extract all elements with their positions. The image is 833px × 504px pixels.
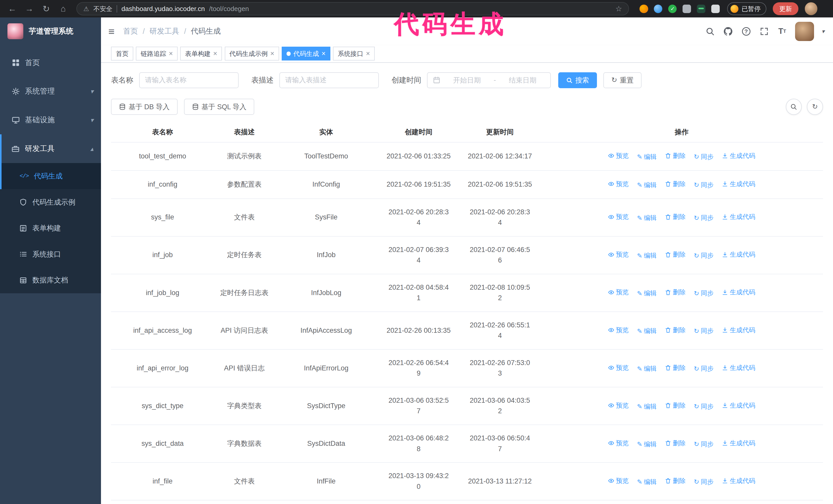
delete-link[interactable]: 删除 — [665, 179, 686, 189]
date-range-picker[interactable]: 开始日期 - 结束日期 — [427, 72, 551, 88]
edit-link[interactable]: 编辑 — [637, 151, 657, 162]
tag-code-generation[interactable]: 代码生成 — [282, 47, 330, 61]
user-avatar[interactable] — [795, 22, 814, 41]
sync-link[interactable]: 同步 — [694, 401, 714, 412]
tag-link-tracing[interactable]: 链路追踪 — [136, 47, 177, 61]
edit-link[interactable]: 编辑 — [637, 401, 657, 412]
import-db-button[interactable]: 基于 DB 导入 — [111, 99, 177, 115]
sync-link[interactable]: 同步 — [694, 363, 714, 374]
sync-link[interactable]: 同步 — [694, 288, 714, 298]
edit-link[interactable]: 编辑 — [637, 326, 657, 336]
preview-link[interactable]: 预览 — [608, 325, 629, 335]
sidebar-item-code-generation-example[interactable]: 代码生成示例 — [0, 189, 101, 215]
browser-back-icon[interactable] — [5, 2, 19, 16]
generate-code-link[interactable]: 生成代码 — [722, 249, 755, 260]
sync-link[interactable]: 同步 — [694, 477, 714, 487]
delete-link[interactable]: 删除 — [665, 476, 686, 486]
delete-link[interactable]: 删除 — [665, 212, 686, 222]
close-icon[interactable] — [366, 50, 370, 57]
address-bar[interactable]: 不安全 dashboard.yudao.iocoder.cn/tool/code… — [76, 2, 629, 16]
sync-link[interactable]: 同步 — [694, 151, 714, 162]
browser-profile-avatar[interactable] — [805, 2, 818, 15]
delete-link[interactable]: 删除 — [665, 362, 686, 373]
preview-link[interactable]: 预览 — [608, 249, 629, 260]
preview-link[interactable]: 预览 — [608, 179, 629, 189]
extension-icon[interactable] — [668, 5, 677, 13]
close-icon[interactable] — [213, 50, 217, 57]
generate-code-link[interactable]: 生成代码 — [722, 476, 755, 486]
extension-icon[interactable] — [697, 5, 705, 13]
sidebar-item-dev-tools[interactable]: 研发工具 — [0, 134, 101, 163]
font-size-icon[interactable] — [777, 26, 787, 37]
preview-link[interactable]: 预览 — [608, 212, 629, 222]
hamburger-icon[interactable] — [109, 26, 115, 37]
toggle-search-button[interactable] — [786, 99, 802, 115]
avatar-caret-icon[interactable] — [822, 28, 824, 35]
delete-link[interactable]: 删除 — [665, 400, 686, 411]
generate-code-link[interactable]: 生成代码 — [722, 400, 755, 411]
tag-form-builder[interactable]: 表单构建 — [180, 47, 222, 61]
app-logo-row[interactable]: 芋道管理系统 — [0, 18, 101, 45]
edit-link[interactable]: 编辑 — [637, 288, 657, 298]
help-icon[interactable] — [741, 26, 751, 37]
fullscreen-icon[interactable] — [759, 26, 769, 37]
browser-home-icon[interactable] — [56, 2, 70, 16]
delete-link[interactable]: 删除 — [665, 150, 686, 161]
sync-link[interactable]: 同步 — [694, 213, 714, 223]
delete-link[interactable]: 删除 — [665, 438, 686, 448]
close-icon[interactable] — [169, 50, 173, 57]
sync-link[interactable]: 同步 — [694, 180, 714, 190]
preview-link[interactable]: 预览 — [608, 362, 629, 373]
preview-link[interactable]: 预览 — [608, 150, 629, 161]
generate-code-link[interactable]: 生成代码 — [722, 362, 755, 373]
github-icon[interactable] — [723, 26, 733, 37]
import-sql-button[interactable]: 基于 SQL 导入 — [184, 99, 255, 115]
extension-icon[interactable] — [683, 5, 691, 13]
browser-forward-icon[interactable] — [22, 2, 36, 16]
edit-link[interactable]: 编辑 — [637, 180, 657, 190]
preview-link[interactable]: 预览 — [608, 287, 629, 297]
delete-link[interactable]: 删除 — [665, 287, 686, 297]
browser-reload-icon[interactable] — [39, 2, 53, 16]
delete-link[interactable]: 删除 — [665, 325, 686, 335]
extension-icon[interactable] — [640, 5, 648, 13]
search-icon[interactable] — [705, 26, 715, 37]
sidebar-item-database-docs[interactable]: 数据库文档 — [0, 267, 101, 293]
tag-system-api[interactable]: 系统接口 — [333, 47, 375, 61]
edit-link[interactable]: 编辑 — [637, 363, 657, 374]
breadcrumb-dev-tools[interactable]: 研发工具 — [150, 26, 180, 37]
reset-button[interactable]: 重置 — [603, 72, 642, 88]
table-name-input[interactable] — [139, 72, 239, 88]
preview-link[interactable]: 预览 — [608, 438, 629, 448]
edit-link[interactable]: 编辑 — [637, 250, 657, 261]
close-icon[interactable] — [270, 50, 275, 57]
extension-icon[interactable] — [654, 5, 662, 13]
preview-link[interactable]: 预览 — [608, 400, 629, 411]
sidebar-item-system-management[interactable]: 系统管理 — [0, 77, 101, 106]
generate-code-link[interactable]: 生成代码 — [722, 179, 755, 189]
edit-link[interactable]: 编辑 — [637, 477, 657, 487]
sidebar-item-code-generation[interactable]: </> 代码生成 — [0, 163, 101, 189]
browser-update-button[interactable]: 更新 — [773, 2, 798, 15]
generate-code-link[interactable]: 生成代码 — [722, 287, 755, 297]
sidebar-item-infrastructure[interactable]: 基础设施 — [0, 105, 101, 134]
sync-link[interactable]: 同步 — [694, 439, 714, 449]
profile-paused-badge[interactable]: 已暂停 — [727, 2, 766, 15]
generate-code-link[interactable]: 生成代码 — [722, 150, 755, 161]
search-button[interactable]: 搜索 — [558, 72, 597, 88]
close-icon[interactable] — [322, 50, 326, 57]
tag-home[interactable]: 首页 — [111, 47, 133, 61]
bookmark-star-icon[interactable] — [615, 5, 622, 13]
edit-link[interactable]: 编辑 — [637, 439, 657, 449]
sidebar-item-system-api[interactable]: 系统接口 — [0, 241, 101, 267]
end-date-placeholder[interactable]: 结束日期 — [500, 76, 545, 85]
edit-link[interactable]: 编辑 — [637, 213, 657, 223]
generate-code-link[interactable]: 生成代码 — [722, 212, 755, 222]
sidebar-item-form-builder[interactable]: 表单构建 — [0, 215, 101, 241]
generate-code-link[interactable]: 生成代码 — [722, 438, 755, 448]
refresh-button[interactable] — [807, 99, 823, 115]
sync-link[interactable]: 同步 — [694, 250, 714, 261]
delete-link[interactable]: 删除 — [665, 249, 686, 260]
extensions-puzzle-icon[interactable] — [711, 5, 720, 13]
sync-link[interactable]: 同步 — [694, 326, 714, 336]
